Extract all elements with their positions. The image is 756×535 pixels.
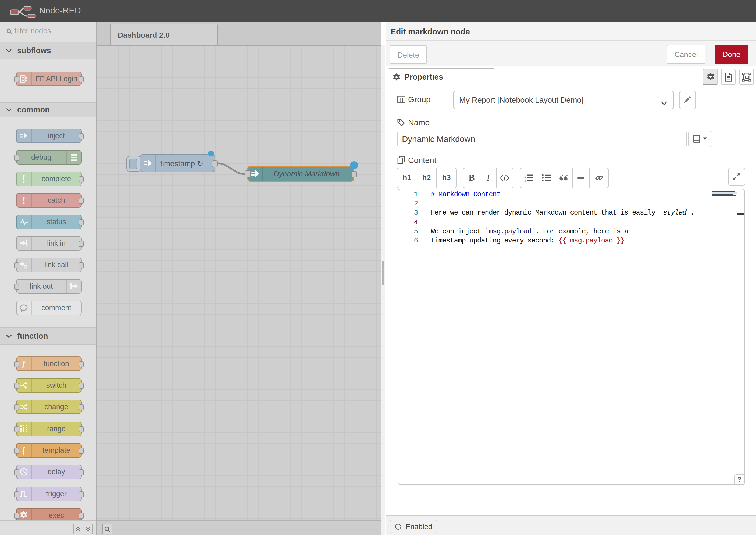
svg-text:f: f <box>23 359 26 368</box>
svg-text:{: { <box>22 445 25 455</box>
svg-text:3: 3 <box>524 179 526 182</box>
svg-text:1: 1 <box>524 174 526 177</box>
